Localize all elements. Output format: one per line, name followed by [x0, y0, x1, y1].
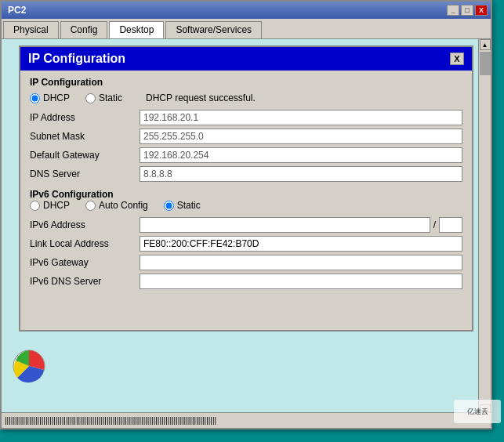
ipv6-section-label: IPv6 Configuration	[30, 188, 462, 200]
ipv6-auto-label: Auto Config	[99, 200, 148, 211]
main-window: PC2 _ □ X Physical Config Desktop Softwa…	[0, 0, 492, 429]
ip-address-input[interactable]	[140, 110, 462, 125]
maximize-button[interactable]: □	[461, 5, 473, 16]
link-local-label: Link Local Address	[30, 238, 140, 249]
ip-address-label: IP Address	[30, 112, 140, 123]
ipv6-dns-input[interactable]	[140, 274, 462, 289]
taskbar-scroll: ||||||||||||||||||||||||||||||||||||||||…	[5, 416, 216, 425]
link-local-input[interactable]	[140, 236, 462, 252]
ipv6-dhcp-radio[interactable]	[30, 201, 40, 211]
scroll-up-button[interactable]: ▲	[480, 39, 491, 50]
ip-dialog-body: IP Configuration DHCP Static DHCP reques…	[20, 71, 472, 330]
minimize-button[interactable]: _	[447, 5, 459, 16]
default-gateway-label: Default Gateway	[30, 150, 140, 161]
pie-chart-icon	[9, 346, 49, 386]
subnet-mask-label: Subnet Mask	[30, 131, 140, 142]
ipv6-gateway-label: IPv6 Gateway	[30, 257, 140, 268]
dns-server-row: DNS Server	[30, 166, 462, 182]
dialog-bottom-spacer	[30, 292, 462, 324]
scroll-thumb[interactable]	[480, 52, 491, 75]
ipv6-dhcp-radio-item[interactable]: DHCP	[30, 200, 70, 211]
tab-desktop[interactable]: Desktop	[109, 21, 164, 38]
ipv6-dhcp-label: DHCP	[43, 200, 70, 211]
ipv6-address-row: IPv6 Address /	[30, 217, 462, 233]
dns-server-label: DNS Server	[30, 168, 140, 179]
ipv6-static-radio[interactable]	[164, 201, 174, 211]
ip-config-dialog: IP Configuration X IP Configuration DHCP	[19, 45, 473, 332]
tab-physical[interactable]: Physical	[3, 21, 59, 38]
desktop-icon-pie[interactable]	[9, 346, 56, 393]
link-local-address-row: Link Local Address	[30, 236, 462, 252]
ipv6-auto-radio-item[interactable]: Auto Config	[85, 200, 148, 211]
ipv6-address-group: /	[140, 217, 462, 233]
ip-dialog-close-button[interactable]: X	[450, 53, 464, 65]
ipv6-address-label: IPv6 Address	[30, 219, 140, 230]
dhcp-radio-item[interactable]: DHCP	[30, 92, 70, 103]
ipv6-dns-label: IPv6 DNS Server	[30, 276, 140, 287]
ipv6-gateway-input[interactable]	[140, 255, 462, 270]
ipv6-radio-row: DHCP Auto Config Static	[30, 200, 462, 211]
window-title: PC2	[8, 5, 26, 16]
dhcp-label: DHCP	[43, 92, 70, 103]
watermark: 亿速云	[454, 400, 501, 423]
tab-config[interactable]: Config	[60, 21, 108, 38]
default-gateway-row: Default Gateway	[30, 147, 462, 163]
ipv4-section-label: IP Configuration	[30, 77, 462, 88]
subnet-mask-row: Subnet Mask	[30, 129, 462, 144]
title-bar: PC2 _ □ X	[2, 2, 491, 19]
ip-dialog-titlebar: IP Configuration X	[20, 47, 472, 71]
main-content: ▲ ▼ IP Configuration X IP Configuration	[2, 39, 491, 415]
ipv6-slash: /	[433, 219, 436, 230]
static-radio[interactable]	[85, 93, 96, 103]
ipv6-static-radio-item[interactable]: Static	[164, 200, 201, 211]
title-bar-controls: _ □ X	[447, 5, 488, 16]
ip-address-row: IP Address	[30, 110, 462, 125]
ipv6-gateway-row: IPv6 Gateway	[30, 255, 462, 270]
ipv6-static-label: Static	[177, 200, 201, 211]
ipv4-radio-row: DHCP Static DHCP request successful.	[30, 92, 462, 103]
ipv6-address-input[interactable]	[140, 217, 430, 233]
static-label: Static	[99, 92, 122, 103]
tab-software-services[interactable]: Software/Services	[165, 21, 262, 38]
ipv6-auto-radio[interactable]	[85, 201, 96, 211]
dns-server-input[interactable]	[140, 166, 462, 182]
dhcp-status: DHCP request successful.	[146, 92, 256, 103]
ipv6-prefix-input[interactable]	[439, 217, 462, 233]
close-window-button[interactable]: X	[475, 5, 488, 16]
scrollbar[interactable]: ▲ ▼	[478, 39, 491, 415]
subnet-mask-input[interactable]	[140, 129, 462, 144]
ip-dialog-title-text: IP Configuration	[28, 52, 125, 66]
default-gateway-input[interactable]	[140, 147, 462, 163]
tab-bar: Physical Config Desktop Software/Service…	[2, 19, 491, 39]
dhcp-radio[interactable]	[30, 93, 40, 103]
static-radio-item[interactable]: Static	[85, 92, 122, 103]
taskbar: ||||||||||||||||||||||||||||||||||||||||…	[2, 412, 491, 428]
ipv6-dns-row: IPv6 DNS Server	[30, 274, 462, 289]
